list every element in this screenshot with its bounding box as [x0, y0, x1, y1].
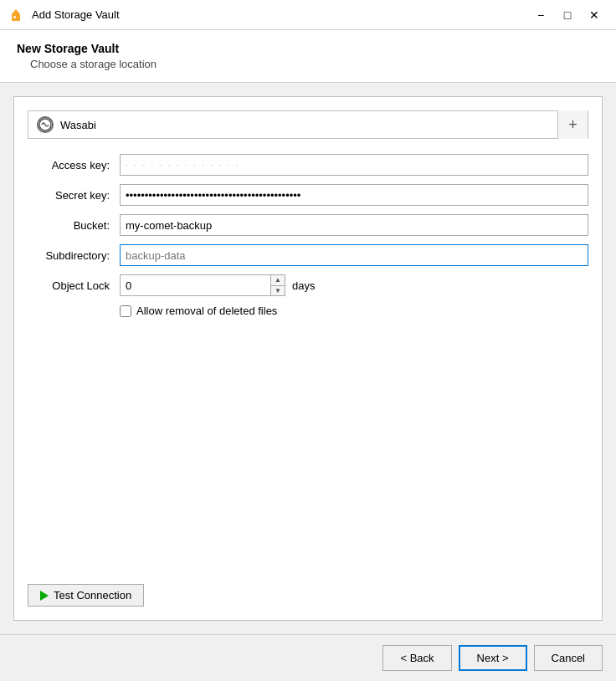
- storage-selector-inner[interactable]: Wasabi: [28, 116, 557, 133]
- svg-rect-2: [13, 16, 16, 18]
- spinner-down-button[interactable]: ▼: [271, 285, 285, 296]
- test-connection-button[interactable]: Test Connection: [28, 584, 144, 607]
- subdirectory-label: Subdirectory:: [28, 249, 120, 262]
- secret-key-input[interactable]: [120, 184, 588, 206]
- bucket-input[interactable]: [120, 214, 588, 236]
- allow-removal-row: Allow removal of deleted files: [120, 305, 588, 317]
- access-key-input[interactable]: [120, 154, 588, 176]
- add-storage-button[interactable]: +: [557, 110, 588, 139]
- next-button[interactable]: Next >: [459, 645, 527, 671]
- spinner-buttons: ▲ ▼: [270, 274, 285, 296]
- object-lock-spinner: ▲ ▼: [120, 274, 285, 296]
- play-icon: [40, 591, 49, 601]
- subdirectory-row: Subdirectory:: [28, 244, 588, 266]
- close-button[interactable]: ✕: [583, 6, 606, 24]
- maximize-button[interactable]: □: [556, 6, 579, 24]
- object-lock-label: Object Lock: [28, 279, 120, 292]
- access-key-row: Access key:: [28, 154, 588, 176]
- minimize-button[interactable]: −: [529, 6, 552, 24]
- header-area: New Storage Vault Choose a storage locat…: [0, 30, 616, 83]
- cancel-button[interactable]: Cancel: [534, 645, 603, 671]
- bucket-row: Bucket:: [28, 214, 588, 236]
- window-title: Add Storage Vault: [32, 8, 529, 21]
- bucket-label: Bucket:: [28, 219, 120, 232]
- storage-selector-row: Wasabi +: [28, 110, 588, 139]
- access-key-label: Access key:: [28, 159, 120, 172]
- app-icon: [10, 8, 25, 23]
- object-lock-input[interactable]: [120, 274, 270, 296]
- test-connection-label: Test Connection: [54, 589, 131, 602]
- wasabi-icon: [37, 116, 54, 133]
- allow-removal-label[interactable]: Allow removal of deleted files: [136, 305, 277, 317]
- subdirectory-input[interactable]: [120, 244, 588, 266]
- content-panel: Wasabi + Access key: Secret key: Bucket:…: [13, 96, 603, 621]
- spinner-up-button[interactable]: ▲: [271, 275, 285, 285]
- object-lock-row: Object Lock ▲ ▼ days: [28, 274, 588, 296]
- window-controls: − □ ✕: [529, 6, 606, 24]
- main-content: Wasabi + Access key: Secret key: Bucket:…: [0, 83, 616, 634]
- title-bar: Add Storage Vault − □ ✕: [0, 0, 616, 30]
- svg-marker-1: [12, 9, 20, 14]
- back-button[interactable]: < Back: [382, 645, 451, 671]
- footer: < Back Next > Cancel: [0, 634, 616, 681]
- secret-key-row: Secret key:: [28, 184, 588, 206]
- allow-removal-checkbox[interactable]: [120, 305, 131, 317]
- page-subtitle: Choose a storage location: [30, 58, 599, 70]
- secret-key-label: Secret key:: [28, 189, 120, 202]
- storage-label: Wasabi: [60, 119, 96, 131]
- content-spacer: [28, 325, 588, 577]
- page-title: New Storage Vault: [17, 42, 599, 55]
- days-label: days: [292, 279, 315, 292]
